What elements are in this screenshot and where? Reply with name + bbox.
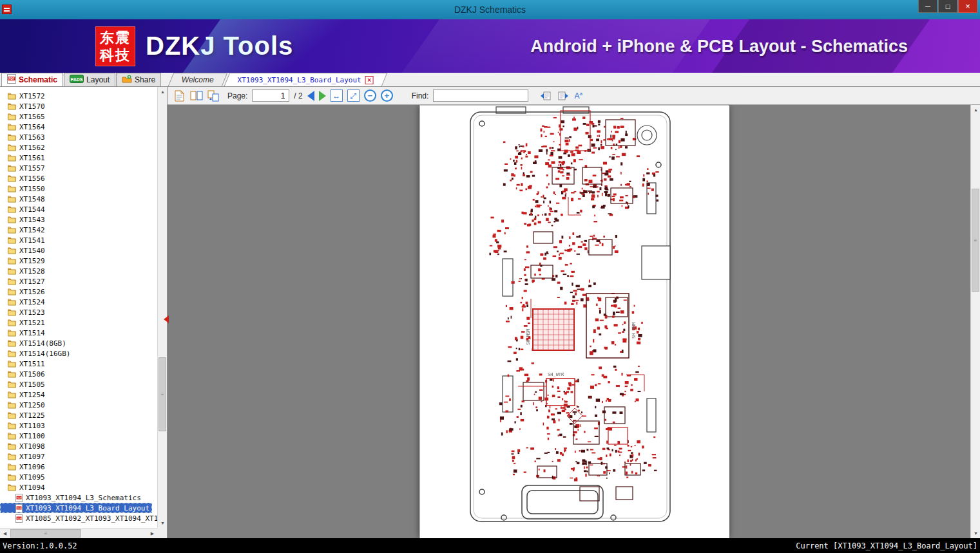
single-page-icon[interactable] [173,89,186,102]
fit-page-icon[interactable]: ⤢ [347,89,360,102]
tree-folder-item[interactable]: XT1557 [0,163,45,173]
tree-folder-item[interactable]: XT1570 [0,101,45,111]
tree-item-label: XT1561 [19,154,45,162]
zoom-in-icon[interactable]: + [381,89,393,102]
tree-item-label: XT1514 [19,329,45,337]
tree-folder-item[interactable]: XT1540 [0,245,45,256]
tree-folder-item[interactable]: XT1542 [0,225,45,235]
tree-folder-item[interactable]: XT1529 [0,256,45,266]
folder-icon [8,102,16,110]
scroll-down-icon[interactable]: ▼ [971,529,980,538]
scrollbar-corner [157,528,167,538]
tree-folder-item[interactable]: XT1565 [0,111,45,122]
close-button[interactable]: × [958,0,977,13]
tree-file-item[interactable]: PDFXT1093_XT1094_L3_Schematics [0,492,141,503]
tree-folder-item[interactable]: XT1562 [0,142,45,153]
scroll-up-icon[interactable]: ▲ [971,105,980,115]
tree-folder-item[interactable]: XT1511 [0,359,45,369]
tab-share[interactable]: Share [116,73,161,86]
tree-folder-item[interactable]: XT1100 [0,431,45,441]
tree-folder-item[interactable]: XT1096 [0,462,45,472]
minimize-button[interactable]: ─ [918,0,937,13]
folder-icon [8,442,16,450]
tree-folder-item[interactable]: XT1095 [0,472,45,482]
folder-icon [8,422,16,429]
scroll-left-icon[interactable]: ◀ [0,529,10,538]
tree-folder-item[interactable]: XT1097 [0,451,45,462]
match-case-icon[interactable]: Aa [574,91,582,100]
tree-folder-item[interactable]: XT1563 [0,132,45,142]
current-file-text: Current [XT1093_XT1094_L3_Board_Layout] [796,541,977,550]
scrollbar-thumb[interactable]: ≡ [159,357,166,431]
tab-close-icon[interactable]: × [365,76,374,84]
fit-width-icon[interactable]: ↔ [331,89,343,102]
tab-welcome[interactable]: Welcome [168,73,227,86]
tree-folder-item[interactable]: XT1521 [0,317,45,328]
continuous-pages-icon[interactable] [207,89,220,102]
tab-board-layout[interactable]: XT1093_XT1094_L3_Board_Layout × [224,73,388,86]
tab-schematic[interactable]: PDF Schematic [1,73,63,86]
tree-file-item[interactable]: PDFXT1085_XT1092_XT1093_XT1094_XT109 [0,513,157,523]
scroll-right-icon[interactable]: ▶ [148,529,157,538]
tree-folder-item[interactable]: XT1543 [0,214,45,225]
tree-item-label: XT1511 [19,360,45,368]
tree-folder-item[interactable]: XT1544 [0,204,45,214]
folder-icon [8,123,16,131]
tree-folder-item[interactable]: XT1254 [0,389,45,400]
tree-item-label: XT1529 [19,257,45,265]
tree-folder-item[interactable]: XT1514 [0,328,45,338]
find-next-icon[interactable] [557,89,570,102]
tree-folder-item[interactable]: XT1094 [0,482,45,492]
scroll-down-icon[interactable]: ▼ [158,518,168,528]
viewer-vertical-scrollbar[interactable]: ▲ ≡ ▼ [970,105,980,538]
previous-page-icon[interactable] [307,91,314,101]
tree-folder-item[interactable]: XT1103 [0,420,45,431]
folder-icon [8,370,16,378]
tree-item-label: XT1225 [19,411,45,420]
tree-folder-item[interactable]: XT1527 [0,276,45,286]
pdf-page[interactable] [419,105,729,538]
maximize-button[interactable]: □ [938,0,957,13]
scrollbar-thumb[interactable]: ≡ [972,189,979,292]
tree-folder-item[interactable]: XT1523 [0,307,45,317]
tree-folder-item[interactable]: XT1561 [0,153,45,163]
tree-folder-item[interactable]: XT1505 [0,379,45,389]
scroll-up-icon[interactable]: ▲ [158,87,168,97]
tree-folder-item[interactable]: XT1572 [0,91,45,101]
zoom-out-icon[interactable]: − [364,89,376,102]
tree-folder-item[interactable]: XT1528 [0,266,45,276]
tree-folder-item[interactable]: XT1550 [0,183,45,194]
facing-pages-icon[interactable] [190,89,203,102]
tree-folder-item[interactable]: XT1506 [0,369,45,379]
tab-layout[interactable]: PADS Layout [64,73,115,86]
tree-folder-item[interactable]: XT1098 [0,441,45,451]
page-number-input[interactable] [252,89,289,102]
find-previous-icon[interactable] [539,89,552,102]
tree-folder-item[interactable]: XT1548 [0,194,45,204]
next-page-icon[interactable] [319,91,326,101]
folder-icon [8,473,16,481]
sidebar-collapse-icon[interactable] [164,315,169,323]
tree-folder-item[interactable]: XT1250 [0,400,45,410]
find-input[interactable] [433,89,528,102]
folder-icon [8,308,16,316]
tree-folder-item[interactable]: XT1526 [0,286,45,297]
tree-folder-item[interactable]: XT1541 [0,235,45,245]
tree-folder-item[interactable]: XT1225 [0,410,45,420]
pdf-view-area[interactable]: ▲ ≡ ▼ [168,105,980,538]
sidebar-vertical-scrollbar[interactable]: ▲ ≡ ▼ [157,87,167,528]
tree-item-label: XT1542 [19,226,45,234]
version-text: Version:1.0.0.52 [3,541,77,550]
tree-file-item[interactable]: PDFXT1093_XT1094_L3_Board_Layout [0,503,152,513]
svg-text:PDF: PDF [17,496,22,499]
tree-item-label: XT1527 [19,277,45,286]
sidebar-horizontal-scrollbar[interactable]: ◀ ≡ ▶ [0,528,157,538]
tree-folder-item[interactable]: XT1514(16GB) [0,348,70,359]
scrollbar-thumb[interactable]: ≡ [10,529,81,538]
folder-icon [8,319,16,326]
tree-folder-item[interactable]: XT1564 [0,122,45,132]
folder-icon [8,185,16,192]
tree-folder-item[interactable]: XT1556 [0,173,45,183]
tree-folder-item[interactable]: XT1524 [0,297,45,307]
tree-folder-item[interactable]: XT1514(8GB) [0,338,66,348]
